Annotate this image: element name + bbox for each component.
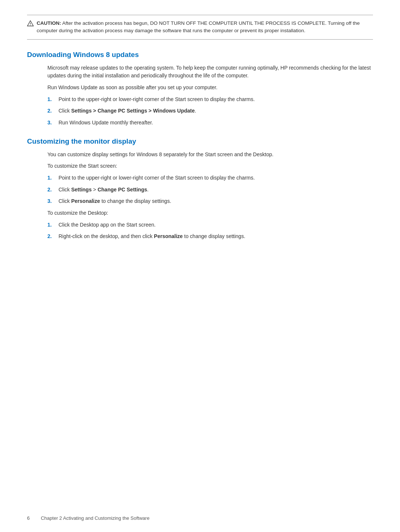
- list-item: 1. Point to the upper-right or lower-rig…: [47, 96, 373, 104]
- section1-steps: 1. Point to the upper-right or lower-rig…: [47, 96, 373, 127]
- list-number: 3.: [47, 119, 59, 127]
- list-text: Click Settings > Change PC Settings > Wi…: [59, 107, 373, 115]
- caution-body: After the activation process has begun, …: [37, 20, 360, 33]
- list-text: Click Personalize to change the display …: [59, 197, 373, 205]
- section1-heading: Downloading Windows 8 updates: [27, 51, 373, 59]
- section1-intro1: Microsoft may release updates to the ope…: [47, 64, 373, 80]
- list-number: 2.: [47, 186, 59, 194]
- list-text: Click Settings > Change PC Settings.: [59, 186, 373, 194]
- page-footer: 6 Chapter 2 Activating and Customizing t…: [27, 515, 373, 521]
- section1-body: Microsoft may release updates to the ope…: [27, 64, 373, 127]
- bold-text: Change PC Settings: [97, 187, 147, 193]
- list-item: 1. Click the Desktop app on the Start sc…: [47, 221, 373, 229]
- caution-label: CAUTION:: [37, 20, 61, 26]
- caution-icon: [27, 20, 34, 28]
- list-number: 2.: [47, 232, 59, 241]
- footer-chapter-text: Chapter 2 Activating and Customizing the…: [41, 515, 149, 521]
- list-text: Run Windows Update monthly thereafter.: [59, 119, 373, 127]
- list-text: Point to the upper-right or lower-right …: [59, 96, 373, 104]
- list-item: 3. Click Personalize to change the displ…: [47, 197, 373, 205]
- page-content: CAUTION: After the activation process ha…: [0, 0, 400, 270]
- list-text: Right-click on the desktop, and then cli…: [59, 232, 373, 241]
- list-number: 1.: [47, 221, 59, 229]
- list-item: 1. Point to the upper-right or lower-rig…: [47, 174, 373, 182]
- list-item: 2. Click Settings > Change PC Settings.: [47, 186, 373, 194]
- list-text: Click the Desktop app on the Start scree…: [59, 221, 373, 229]
- list-number: 1.: [47, 174, 59, 182]
- list-number: 1.: [47, 96, 59, 104]
- list-item: 2. Click Settings > Change PC Settings >…: [47, 107, 373, 115]
- section2-intro2: To customize the Start screen:: [47, 162, 373, 170]
- list-item: 2. Right-click on the desktop, and then …: [47, 232, 373, 241]
- bold-text: Personalize: [71, 198, 100, 204]
- list-number: 2.: [47, 107, 59, 115]
- list-text: Point to the upper-right or lower-right …: [59, 174, 373, 182]
- svg-point-2: [30, 25, 30, 25]
- section2-body: You can customize display settings for W…: [27, 151, 373, 241]
- section2-steps1: 1. Point to the upper-right or lower-rig…: [47, 174, 373, 205]
- section1-intro2: Run Windows Update as soon as possible a…: [47, 84, 373, 92]
- caution-box: CAUTION: After the activation process ha…: [27, 15, 373, 40]
- bold-text: Settings > Change PC Settings > Windows …: [71, 108, 195, 114]
- caution-text: CAUTION: After the activation process ha…: [37, 20, 373, 35]
- section2-intro1: You can customize display settings for W…: [47, 151, 373, 159]
- footer-page-number: 6: [27, 515, 30, 521]
- section2-steps2: 1. Click the Desktop app on the Start sc…: [47, 221, 373, 241]
- list-item: 3. Run Windows Update monthly thereafter…: [47, 119, 373, 127]
- section2-heading: Customizing the monitor display: [27, 137, 373, 145]
- bold-text: Settings: [71, 187, 91, 193]
- section2-intro3: To customize the Desktop:: [47, 209, 373, 217]
- bold-text: Personalize: [154, 233, 183, 239]
- list-number: 3.: [47, 197, 59, 205]
